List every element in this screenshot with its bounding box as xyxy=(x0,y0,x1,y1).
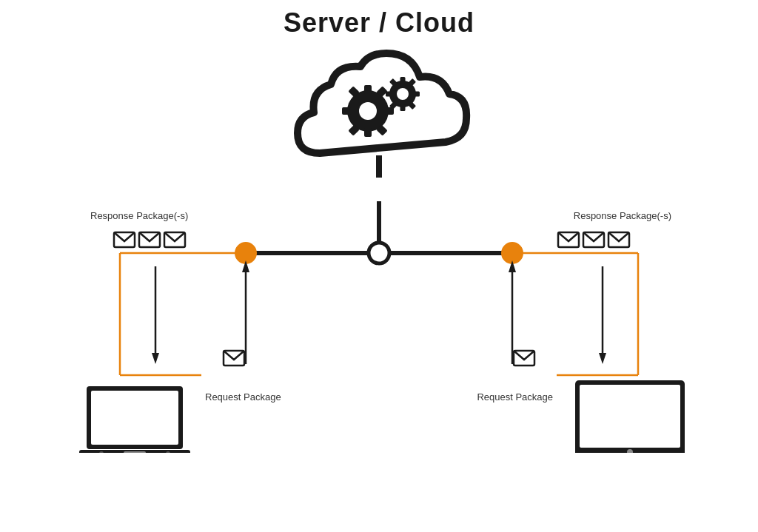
main-container: Server / Cloud xyxy=(0,0,758,532)
svg-rect-5 xyxy=(342,107,351,115)
page-title: Server / Cloud xyxy=(284,7,474,38)
label-request-left: Request Package xyxy=(205,391,281,403)
svg-rect-14 xyxy=(413,92,420,97)
svg-marker-30 xyxy=(152,353,159,364)
svg-rect-15 xyxy=(386,92,392,97)
label-response-right: Response Package(-s) xyxy=(574,210,671,221)
svg-rect-13 xyxy=(400,104,406,111)
network-diagram xyxy=(46,186,712,453)
svg-point-22 xyxy=(369,243,389,263)
label-request-right: Request Package xyxy=(477,391,553,403)
svg-rect-3 xyxy=(364,128,372,137)
label-response-left: Response Package(-s) xyxy=(90,210,188,221)
svg-point-23 xyxy=(235,243,256,263)
svg-rect-40 xyxy=(124,451,146,453)
svg-point-24 xyxy=(502,243,523,263)
svg-rect-38 xyxy=(91,391,178,445)
svg-rect-2 xyxy=(364,85,372,94)
svg-marker-47 xyxy=(599,353,606,364)
cloud-icon xyxy=(283,46,475,194)
svg-rect-55 xyxy=(580,385,680,448)
svg-point-1 xyxy=(359,102,377,120)
diagram-area: Response Package(-s) Response Package(-s… xyxy=(46,186,712,453)
svg-rect-12 xyxy=(400,77,406,84)
svg-point-11 xyxy=(397,88,409,100)
cloud-area xyxy=(283,46,475,194)
